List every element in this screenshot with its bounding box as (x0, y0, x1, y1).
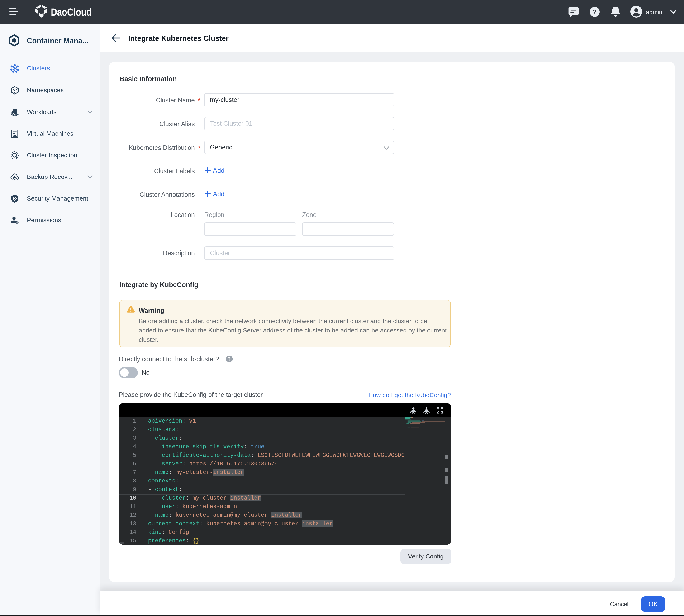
svg-text:?: ? (228, 356, 231, 361)
svg-text:DaoCloud: DaoCloud (51, 6, 92, 18)
svg-text:?: ? (593, 8, 597, 16)
